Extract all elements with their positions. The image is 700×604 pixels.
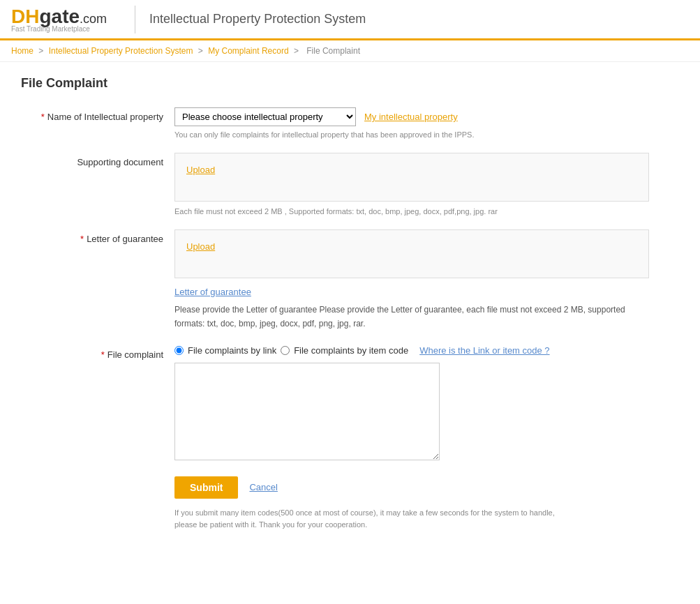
file-complaint-row: *File complaint File complaints by link … xyxy=(21,345,679,462)
file-hint: Each file must not exceed 2 MB , Support… xyxy=(174,207,649,216)
main-content: File Complaint *Name of Intellectual pro… xyxy=(0,62,700,559)
cancel-button[interactable]: Cancel xyxy=(249,482,277,492)
radio-by-link[interactable] xyxy=(174,346,184,355)
ip-name-label: *Name of Intellectual property xyxy=(21,107,174,122)
header: DHgate.com Fast Trading Marketplace Inte… xyxy=(0,0,700,40)
letter-label: *Letter of guarantee xyxy=(21,229,174,244)
breadcrumb-complaint-record[interactable]: My Complaint Record xyxy=(208,46,288,56)
breadcrumb-home[interactable]: Home xyxy=(11,46,33,56)
logo-dh: DH xyxy=(11,6,39,27)
radio-row: File complaints by link File complaints … xyxy=(174,345,649,356)
letter-guarantee-text: Please provide the Letter of guarantee P… xyxy=(174,303,649,331)
complaint-textarea[interactable] xyxy=(174,363,440,460)
breadcrumb-ipps[interactable]: Intellectual Property Protection System xyxy=(49,46,193,56)
required-star-2: * xyxy=(80,234,84,244)
submit-note: If you submit many item codes(500 once a… xyxy=(174,507,579,531)
ip-select-wrapper: Please choose intellectual property My i… xyxy=(174,107,649,126)
supporting-upload-link[interactable]: Upload xyxy=(186,165,215,175)
file-complaint-label: *File complaint xyxy=(21,345,174,360)
my-ip-link[interactable]: My intellectual property xyxy=(364,112,458,122)
header-divider xyxy=(135,6,135,33)
letter-upload-box[interactable]: Upload xyxy=(174,229,649,278)
breadcrumb: Home > Intellectual Property Protection … xyxy=(0,40,700,62)
logo-tagline: Fast Trading Marketplace xyxy=(11,25,107,33)
logo-gate: gate xyxy=(39,6,80,27)
header-title: Intellectual Property Protection System xyxy=(149,12,366,27)
letter-upload-link[interactable]: Upload xyxy=(186,241,215,252)
ip-name-row: *Name of Intellectual property Please ch… xyxy=(21,107,679,139)
letter-row: *Letter of guarantee Upload Letter of gu… xyxy=(21,229,679,331)
required-star: * xyxy=(41,112,45,122)
radio-by-code-label[interactable]: File complaints by item code xyxy=(294,345,408,356)
ip-hint: You can only file complaints for intelle… xyxy=(174,130,649,139)
file-complaint-content: File complaints by link File complaints … xyxy=(174,345,649,462)
letter-of-guarantee-link[interactable]: Letter of guarantee xyxy=(174,287,649,297)
letter-content: Upload Letter of guarantee Please provid… xyxy=(174,229,649,331)
logo: DHgate.com Fast Trading Marketplace xyxy=(11,6,107,33)
page-title: File Complaint xyxy=(21,76,679,91)
supporting-upload-box[interactable]: Upload xyxy=(174,153,649,202)
supporting-doc-label: Supporting document xyxy=(21,153,174,167)
submit-row: Submit Cancel If you submit many item co… xyxy=(21,476,679,531)
btn-row: Submit Cancel xyxy=(174,476,649,499)
where-link[interactable]: Where is the Link or item code ? xyxy=(419,345,549,356)
logo-com: .com xyxy=(80,12,107,26)
submit-content: Submit Cancel If you submit many item co… xyxy=(174,476,649,531)
submit-button[interactable]: Submit xyxy=(174,476,238,499)
radio-by-code[interactable] xyxy=(281,346,290,355)
breadcrumb-current: File Complaint xyxy=(306,46,360,56)
radio-by-link-label[interactable]: File complaints by link xyxy=(188,345,276,356)
ip-select[interactable]: Please choose intellectual property xyxy=(174,107,356,126)
required-star-3: * xyxy=(101,349,105,360)
supporting-doc-content: Upload Each file must not exceed 2 MB , … xyxy=(174,153,649,216)
supporting-doc-row: Supporting document Upload Each file mus… xyxy=(21,153,679,216)
ip-name-content: Please choose intellectual property My i… xyxy=(174,107,649,139)
